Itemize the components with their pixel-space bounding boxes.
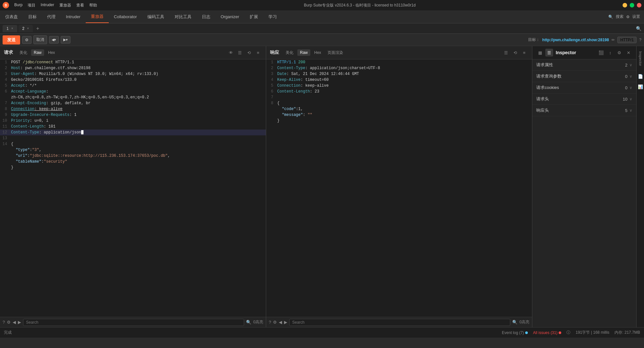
request-search-icon[interactable]: 🔍 bbox=[246, 320, 251, 325]
search-icon[interactable]: 🔍 bbox=[608, 15, 613, 19]
request-line-6b: zh-CN,zh;q=0.8,zh-TW;q=0.7,zh-HK;q=0.5,e… bbox=[0, 94, 266, 100]
request-line-10: 10 Priority: u=0, i bbox=[0, 118, 266, 124]
menu-view[interactable]: 查看 bbox=[76, 3, 84, 8]
toolbar: 发送 ⚙ 取消 ◀▾ ▶▾ 目标： http://pwn.challenge.c… bbox=[0, 34, 644, 46]
inspector-query-params-label: 请求查询参数 bbox=[536, 73, 562, 79]
nav-repeater[interactable]: 重放器 bbox=[86, 10, 109, 23]
request-tab-beautify[interactable]: 美化 bbox=[17, 49, 30, 56]
nav-proxy[interactable]: 代理 bbox=[42, 10, 61, 23]
event-log[interactable]: Event log (7) bbox=[502, 330, 528, 335]
request-search-input[interactable] bbox=[23, 319, 244, 326]
next-button[interactable]: ▶▾ bbox=[61, 36, 70, 44]
cancel-button[interactable]: 取消 bbox=[33, 35, 47, 44]
request-editor[interactable]: 1 POST /jdbc/connect HTTP/1.1 2 Host: pw… bbox=[0, 59, 266, 317]
settings-label[interactable]: 设置 bbox=[632, 14, 640, 19]
nav-collaborator[interactable]: Collaborator bbox=[109, 10, 142, 23]
response-line-9: "code":1, bbox=[266, 106, 532, 112]
response-search-icon[interactable]: 🔍 bbox=[512, 320, 517, 325]
tab-1[interactable]: 1 × bbox=[3, 25, 17, 32]
response-help-icon[interactable]: ? bbox=[269, 320, 271, 325]
search-label[interactable]: 搜索 bbox=[616, 14, 624, 19]
sidebar-chart-icon[interactable]: 📊 bbox=[637, 83, 644, 91]
menu-project[interactable]: 项目 bbox=[28, 3, 35, 8]
response-tab-hex[interactable]: Hex bbox=[312, 49, 324, 56]
inspector-query-params-count: 0 ∨ bbox=[625, 74, 632, 79]
inspector-row-cookies[interactable]: 请求cookies 0 ∨ bbox=[532, 82, 636, 93]
request-help-icon[interactable]: ? bbox=[3, 320, 5, 325]
response-tab-render[interactable]: 页面渲染 bbox=[325, 49, 346, 56]
response-line-1: 1 HTTP/1.1 200 bbox=[266, 59, 532, 65]
inspector-row-response-headers[interactable]: 响应头 5 ∨ bbox=[532, 105, 636, 116]
response-forward-icon[interactable]: ▶ bbox=[284, 320, 287, 325]
tab-2-close[interactable]: × bbox=[27, 27, 29, 30]
http-version-badge[interactable]: HTTP/1 bbox=[617, 37, 637, 43]
response-settings-icon[interactable]: ⚙ bbox=[273, 320, 277, 325]
tab-2[interactable]: 2 × bbox=[19, 25, 33, 32]
inspector-settings-icon[interactable]: ⚙ bbox=[615, 49, 623, 56]
menu-burp[interactable]: Burp bbox=[14, 3, 22, 8]
request-tab-raw[interactable]: Raw bbox=[31, 49, 44, 56]
request-line-11: 11 Content-Length: 101 bbox=[0, 124, 266, 130]
add-tab-button[interactable]: + bbox=[34, 25, 41, 32]
response-more-icon[interactable]: ≡ bbox=[520, 49, 528, 56]
minimize-button[interactable]: − bbox=[623, 3, 627, 7]
all-issues[interactable]: All issues (31) bbox=[533, 330, 561, 335]
sidebar-doc-icon[interactable]: 📄 bbox=[637, 72, 644, 80]
menu-intruder[interactable]: Intruder bbox=[41, 3, 54, 8]
inspector-grid-icon[interactable]: ▦ bbox=[536, 49, 544, 56]
request-line-15: "type":"3", bbox=[0, 147, 266, 153]
sidebar-inspector-tab[interactable]: Inspector bbox=[638, 49, 643, 68]
nav-logger[interactable]: 日志 bbox=[197, 10, 216, 23]
inspector-response-headers-label: 响应头 bbox=[536, 107, 549, 113]
inspector-list-icon[interactable]: ☰ bbox=[545, 49, 553, 56]
menu-repeater[interactable]: 重放器 bbox=[59, 3, 71, 8]
response-editor: 1 HTTP/1.1 200 2 Content-Type: applicati… bbox=[266, 59, 532, 317]
nav-encoder[interactable]: 编码工具 bbox=[142, 10, 169, 23]
tab-search-icon[interactable]: 🔍 bbox=[636, 26, 641, 31]
request-line-1: 1 POST /jdbc/connect HTTP/1.1 bbox=[0, 59, 266, 65]
request-settings-icon[interactable]: ⚙ bbox=[7, 320, 11, 325]
help-icon[interactable]: ? bbox=[639, 38, 641, 42]
inspector-sort-icon[interactable]: ↕ bbox=[606, 49, 614, 56]
settings-button[interactable]: ⚙ bbox=[22, 36, 31, 44]
nav-comparer[interactable]: 对比工具 bbox=[169, 10, 197, 23]
response-tab-beautify[interactable]: 美化 bbox=[283, 49, 296, 56]
nav-intruder[interactable]: Intruder bbox=[61, 10, 86, 23]
prev-button[interactable]: ◀▾ bbox=[49, 36, 59, 44]
response-tab-raw[interactable]: Raw bbox=[297, 49, 310, 56]
close-button[interactable]: × bbox=[637, 3, 641, 7]
tab-bar-right: 🔍 bbox=[636, 26, 641, 31]
maximize-button[interactable]: □ bbox=[630, 3, 634, 7]
response-inspector-icon[interactable]: ☰ bbox=[502, 49, 510, 56]
nav-extensions[interactable]: 扩展 bbox=[244, 10, 263, 23]
response-wrap-icon[interactable]: ⟲ bbox=[511, 49, 519, 56]
response-back-icon[interactable]: ◀ bbox=[279, 320, 282, 325]
nav-organizer[interactable]: Organizer bbox=[216, 10, 244, 23]
request-back-icon[interactable]: ◀ bbox=[13, 320, 16, 325]
inspector-row-query-params[interactable]: 请求查询参数 0 ∨ bbox=[532, 71, 636, 82]
menu-help[interactable]: 帮助 bbox=[89, 3, 97, 8]
nav-target[interactable]: 目标 bbox=[23, 10, 42, 23]
response-title: 响应 bbox=[270, 50, 279, 56]
settings-icon[interactable]: ⚙ bbox=[626, 15, 630, 19]
response-search-input[interactable] bbox=[289, 319, 510, 326]
response-line-5: 5 Connection: keep-alive bbox=[266, 83, 532, 89]
request-tab-hex[interactable]: Hex bbox=[45, 49, 57, 56]
request-forward-icon[interactable]: ▶ bbox=[18, 320, 21, 325]
inspector-row-request-headers[interactable]: 请求头 10 ∨ bbox=[532, 93, 636, 105]
help-circle-icon[interactable]: ⓘ bbox=[566, 330, 570, 335]
hide-icon[interactable]: 👁 bbox=[227, 49, 235, 56]
nav-learn[interactable]: 学习 bbox=[263, 10, 282, 23]
inspector-toggle-icon[interactable]: ☰ bbox=[236, 49, 244, 56]
status-left: 完成 bbox=[4, 330, 12, 335]
more-icon[interactable]: ≡ bbox=[254, 49, 262, 56]
edit-target-icon[interactable]: ✏ bbox=[612, 38, 615, 42]
wrap-icon[interactable]: ⟲ bbox=[245, 49, 253, 56]
tab-1-close[interactable]: × bbox=[11, 27, 13, 30]
tab-1-label: 1 bbox=[6, 26, 9, 31]
inspector-row-request-attributes[interactable]: 请求属性 2 ∨ bbox=[532, 59, 636, 71]
send-button[interactable]: 发送 bbox=[3, 35, 20, 44]
inspector-close-icon[interactable]: ✕ bbox=[625, 49, 632, 56]
nav-dashboard[interactable]: 仪表盘 bbox=[0, 10, 23, 23]
inspector-align-icon[interactable]: ⬛ bbox=[597, 49, 605, 56]
